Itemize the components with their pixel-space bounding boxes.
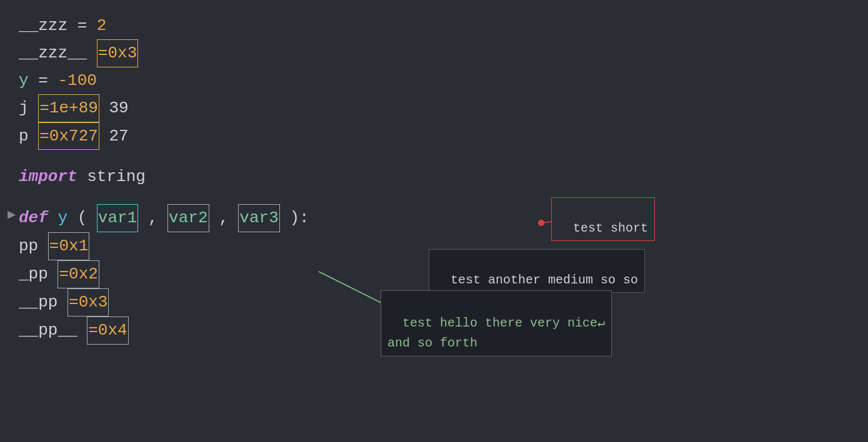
code-token-box: =0x1: [48, 232, 89, 260]
code-line-def: ▶ def y ( var1 , var2 , var3 ):: [19, 204, 849, 232]
code-token: pp: [19, 237, 38, 255]
code-token: __pp: [19, 293, 57, 312]
code-token: __pp__: [19, 321, 77, 340]
code-line-p: p =0x727 27: [19, 122, 849, 150]
code-token-box: =1e+89: [38, 94, 99, 122]
tooltip-long-text: test hello there very nice↵and so forth: [387, 316, 605, 350]
code-token-box: =0x3: [97, 39, 138, 67]
code-token: y: [19, 71, 29, 90]
code-token: (: [77, 209, 87, 227]
keyword-def: def: [19, 209, 48, 227]
code-token-param3: var3: [238, 204, 279, 232]
code-token-fn: y: [57, 209, 67, 227]
code-line-j: j =1e+89 39: [19, 94, 849, 122]
code-token: 2: [97, 16, 107, 35]
code-token: __zzz__: [19, 44, 87, 62]
code-line-import: import string: [19, 164, 849, 190]
code-token-param1: var1: [97, 204, 138, 232]
code-token-box: =0x727: [38, 122, 99, 150]
code-line-zzz2: __zzz__ =0x3: [19, 39, 849, 67]
code-token: 39: [109, 99, 128, 117]
code-line-y-assign: y = -100: [19, 67, 849, 94]
code-token: ,: [219, 209, 238, 227]
code-token: 27: [109, 127, 128, 145]
code-token: =: [77, 16, 97, 35]
code-token-box: =0x2: [57, 260, 99, 288]
left-arrow-icon: ▶: [7, 204, 16, 227]
tooltip-long: test hello there very nice↵and so forth: [381, 290, 612, 356]
code-token: -100: [57, 71, 96, 90]
spacer: [19, 150, 849, 164]
code-token: _pp: [19, 265, 48, 283]
spacer: [19, 190, 849, 204]
tooltip-short-text: test short: [573, 221, 648, 235]
code-token: __zzz: [19, 16, 67, 35]
code-line-zzz1: __zzz = 2: [19, 12, 849, 39]
tooltip-medium-text: test another medium so so: [451, 273, 638, 287]
tooltip-short: test short: [551, 197, 655, 241]
keyword-import: import: [19, 167, 77, 186]
code-token-param2: var2: [167, 204, 209, 232]
code-token: p: [19, 127, 29, 145]
code-token-box: =0x4: [87, 317, 128, 345]
code-token: ):: [289, 209, 309, 227]
code-editor: __zzz = 2 __zzz__ =0x3 y = -100 j =1e+89…: [0, 0, 868, 442]
tooltip-medium: test another medium so so: [429, 249, 645, 293]
code-token: =: [38, 71, 57, 90]
code-token: string: [87, 167, 146, 186]
code-token: j: [19, 99, 29, 117]
code-token: ,: [148, 209, 167, 227]
code-token-box: =0x3: [67, 288, 109, 317]
